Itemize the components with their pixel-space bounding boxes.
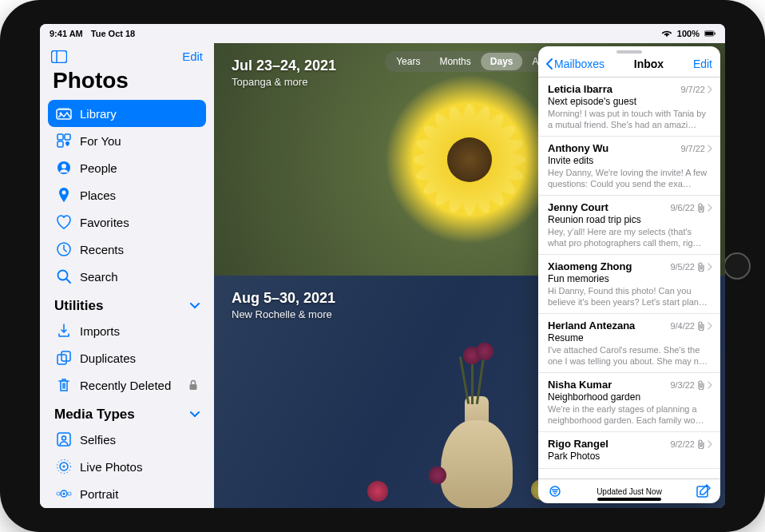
mail-item[interactable]: Anthony Wu 9/7/22 Invite edits Hey Danny… xyxy=(538,137,720,196)
mail-date: 9/4/22 xyxy=(670,321,712,331)
svg-rect-20 xyxy=(57,433,70,446)
library-icon xyxy=(56,105,72,121)
segment-months[interactable]: Months xyxy=(430,53,480,70)
imports-icon xyxy=(56,323,72,339)
mail-date: 9/5/22 xyxy=(670,262,712,272)
mail-preview: Hi Danny, Found this photo! Can you beli… xyxy=(548,285,712,308)
mail-title: Inbox xyxy=(634,58,664,70)
people-icon xyxy=(56,160,72,176)
mail-preview: Morning! I was put in touch with Tania b… xyxy=(548,108,712,130)
svg-point-28 xyxy=(68,492,71,495)
svg-rect-1 xyxy=(705,32,713,36)
sidebar-item-for-you[interactable]: For You xyxy=(48,127,206,154)
mail-sender: Anthony Wu xyxy=(548,142,608,154)
mail-sender: Xiaomeng Zhong xyxy=(548,260,632,272)
sidebar-item-recents[interactable]: Recents xyxy=(48,236,206,263)
segment-days[interactable]: Days xyxy=(481,53,523,70)
sidebar-item-label: Imports xyxy=(80,324,120,338)
app-title: Photos xyxy=(48,68,206,100)
battery-icon xyxy=(704,30,715,38)
svg-line-16 xyxy=(66,279,70,283)
mail-subject: Neighborhood garden xyxy=(548,391,712,403)
mail-sender: Leticia Ibarra xyxy=(548,83,612,95)
sidebar-item-library[interactable]: Library xyxy=(48,100,206,127)
mail-date: 9/7/22 xyxy=(680,144,712,153)
sidebar-item-people[interactable]: People xyxy=(48,154,206,181)
chevron-down-icon xyxy=(190,411,200,418)
sidebar-item-label: Duplicates xyxy=(80,351,136,365)
segment-years[interactable]: Years xyxy=(386,53,430,70)
mail-sender: Nisha Kumar xyxy=(548,379,612,391)
sidebar-item-label: Portrait xyxy=(80,487,118,501)
ipad-frame: 9:41 AM Tue Oct 18 100% Ed xyxy=(0,0,765,532)
sidebar-item-selfies[interactable]: Selfies xyxy=(48,426,206,453)
battery-percent: 100% xyxy=(677,29,700,38)
sidebar-item-places[interactable]: Places xyxy=(48,181,206,208)
chevron-right-icon xyxy=(708,381,712,389)
svg-rect-19 xyxy=(190,384,197,390)
status-date: Tue Oct 18 xyxy=(91,29,135,38)
sidebar-item-label: Search xyxy=(80,270,118,284)
livephotos-icon xyxy=(56,459,72,474)
svg-point-24 xyxy=(63,466,65,468)
mail-subject: Fun memories xyxy=(548,273,712,284)
mail-item[interactable]: Jenny Court 9/6/22 Reunion road trip pic… xyxy=(538,196,720,255)
mail-list[interactable]: Leticia Ibarra 9/7/22 Next episode's gue… xyxy=(538,77,720,478)
sidebar-item-label: Recents xyxy=(80,243,124,256)
compose-button[interactable] xyxy=(696,484,711,498)
svg-rect-8 xyxy=(57,134,63,140)
mail-back-label: Mailboxes xyxy=(554,58,604,70)
mail-back-button[interactable]: Mailboxes xyxy=(546,58,604,70)
selfies-icon xyxy=(56,431,72,447)
chevron-down-icon xyxy=(190,303,200,309)
places-icon xyxy=(56,187,72,203)
chevron-right-icon xyxy=(708,322,712,330)
svg-rect-9 xyxy=(65,134,70,140)
sidebar-item-label: Recently Deleted xyxy=(80,379,171,392)
favorites-icon xyxy=(56,214,72,230)
svg-point-27 xyxy=(57,492,60,495)
flower-illustration xyxy=(398,88,541,232)
chevron-right-icon xyxy=(708,263,712,271)
slideover-grabber[interactable] xyxy=(616,50,642,54)
sidebar-item-imports[interactable]: Imports xyxy=(48,317,206,344)
mail-subject: Invite edits xyxy=(548,155,712,166)
mail-edit-button[interactable]: Edit xyxy=(693,58,712,70)
mail-date: 9/7/22 xyxy=(680,85,712,94)
mail-sender: Rigo Rangel xyxy=(548,438,608,450)
attachment-icon xyxy=(697,380,705,390)
sidebar-section-media-types[interactable]: Media Types xyxy=(48,399,206,426)
sidebar-section-utilities[interactable]: Utilities xyxy=(48,290,206,317)
mail-item[interactable]: Rigo Rangel 9/2/22 Park Photos xyxy=(538,432,720,469)
wifi-icon xyxy=(661,30,672,38)
sidebar-toggle-icon[interactable] xyxy=(51,50,67,63)
sidebar-item-search[interactable]: Search xyxy=(48,263,206,290)
mail-date: 9/6/22 xyxy=(670,203,712,212)
svg-point-12 xyxy=(61,164,66,169)
sidebar-item-panoramas[interactable]: Panoramas xyxy=(48,507,206,508)
mail-item[interactable]: Xiaomeng Zhong 9/5/22 Fun memories Hi Da… xyxy=(538,255,720,314)
attachment-icon xyxy=(697,262,705,272)
mail-date: 9/2/22 xyxy=(670,439,712,449)
sidebar-item-label: Library xyxy=(80,107,117,121)
mail-item[interactable]: Leticia Ibarra 9/7/22 Next episode's gue… xyxy=(538,77,720,137)
home-button[interactable] xyxy=(723,252,751,280)
attachment-icon xyxy=(697,321,705,331)
home-indicator[interactable] xyxy=(597,498,661,501)
sidebar-item-duplicates[interactable]: Duplicates xyxy=(48,344,206,371)
mail-sender: Jenny Court xyxy=(548,201,608,213)
mail-subject: Park Photos xyxy=(548,451,712,462)
svg-point-21 xyxy=(62,436,66,440)
mail-item[interactable]: Nisha Kumar 9/3/22 Neighborhood garden W… xyxy=(538,373,720,432)
filter-button[interactable] xyxy=(548,486,562,497)
svg-rect-2 xyxy=(715,33,715,35)
sidebar-item-recently-deleted[interactable]: Recently Deleted xyxy=(48,371,206,399)
photos-sidebar: Edit Photos Library For You People Place… xyxy=(40,43,214,508)
mail-item[interactable]: Herland Antezana 9/4/22 Resume I've atta… xyxy=(538,314,720,373)
sidebar-item-live-photos[interactable]: Live Photos xyxy=(48,453,206,480)
sidebar-item-portrait[interactable]: Portrait xyxy=(48,480,206,507)
sidebar-item-favorites[interactable]: Favorites xyxy=(48,208,206,236)
sidebar-edit-button[interactable]: Edit xyxy=(182,50,203,63)
time-segment-control[interactable]: YearsMonthsDaysAll xyxy=(385,51,554,72)
sidebar-item-label: For You xyxy=(80,134,121,148)
